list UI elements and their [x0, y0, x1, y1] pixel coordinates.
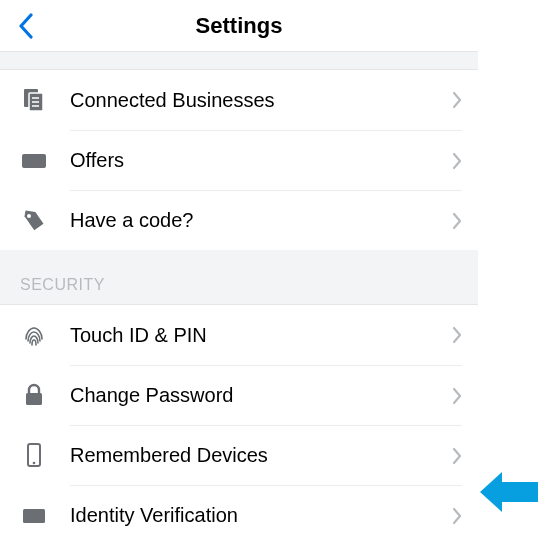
chevron-right-icon: [452, 387, 462, 405]
row-touch-id-pin[interactable]: Touch ID & PIN: [0, 305, 478, 365]
svg-rect-10: [23, 509, 45, 523]
folder-icon: [20, 146, 48, 174]
row-label: Connected Businesses: [70, 89, 444, 112]
svg-rect-5: [22, 154, 46, 168]
back-button[interactable]: [6, 0, 46, 51]
chevron-right-icon: [452, 152, 462, 170]
phone-icon: [20, 441, 48, 469]
annotation-arrow-icon: [480, 472, 540, 512]
nav-header: Settings: [0, 0, 478, 52]
row-remembered-devices[interactable]: Remembered Devices: [0, 425, 478, 485]
section-header-security: SECURITY: [0, 250, 478, 305]
fingerprint-icon: [20, 321, 48, 349]
chevron-right-icon: [452, 212, 462, 230]
row-identity-verification[interactable]: Identity Verification: [0, 485, 478, 545]
row-change-password[interactable]: Change Password: [0, 365, 478, 425]
chevron-right-icon: [452, 91, 462, 109]
svg-rect-7: [26, 393, 42, 405]
section-gap: [0, 52, 478, 70]
lock-icon: [20, 381, 48, 409]
settings-screen: Settings Connected Businesses: [0, 0, 478, 547]
row-label: Offers: [70, 149, 444, 172]
chevron-left-icon: [18, 13, 34, 39]
card-icon: [20, 501, 48, 529]
svg-point-6: [27, 214, 31, 218]
chevron-right-icon: [452, 326, 462, 344]
row-label: Touch ID & PIN: [70, 324, 444, 347]
row-label: Identity Verification: [70, 504, 444, 527]
row-connected-businesses[interactable]: Connected Businesses: [0, 70, 478, 130]
page-title: Settings: [196, 13, 283, 39]
row-label: Remembered Devices: [70, 444, 444, 467]
chevron-right-icon: [452, 507, 462, 525]
row-offers[interactable]: Offers: [0, 130, 478, 190]
documents-icon: [20, 86, 48, 114]
chevron-right-icon: [452, 447, 462, 465]
row-label: Have a code?: [70, 209, 444, 232]
row-have-a-code[interactable]: Have a code?: [0, 190, 478, 250]
svg-point-9: [33, 462, 36, 465]
tag-icon: [20, 206, 48, 234]
row-label: Change Password: [70, 384, 444, 407]
